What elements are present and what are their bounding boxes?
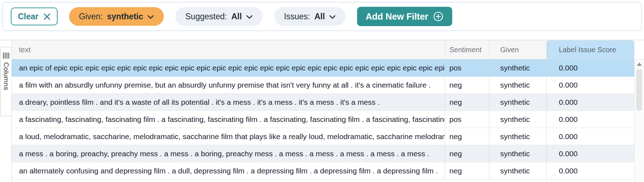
- cell-sentiment: neg: [445, 145, 489, 162]
- cell-text: a mess . a boring, preachy, preachy mess…: [12, 145, 445, 162]
- column-header-label-issue-score[interactable]: Label Issue Score: [547, 40, 634, 59]
- cell-sentiment: neg: [445, 162, 489, 179]
- column-header-given[interactable]: Given: [489, 40, 547, 59]
- columns-panel-tab[interactable]: Columns: [0, 47, 11, 116]
- clear-label: Clear: [18, 12, 39, 21]
- cell-label-issue-score: 0.000: [547, 111, 634, 128]
- cell-given: synthetic: [489, 59, 547, 76]
- table-row[interactable]: a dreary, pointless film . and it's a wa…: [12, 94, 634, 111]
- cell-label-issue-score: 0.000: [547, 59, 634, 76]
- given-filter-dropdown[interactable]: Given: synthetic: [69, 7, 164, 26]
- table-header-row: text Sentiment Given Label Issue Score: [12, 40, 644, 59]
- cell-text: an alternately confusing and depressing …: [12, 162, 445, 179]
- issues-filter-value: All: [314, 12, 325, 21]
- given-filter-prefix: Given:: [79, 12, 103, 21]
- issues-filter-dropdown[interactable]: Issues: All: [274, 7, 346, 26]
- cell-sentiment: neg: [445, 94, 489, 110]
- app: Clear Given: synthetic Suggested: All Is…: [0, 0, 644, 182]
- scrollbar-thumb[interactable]: [636, 69, 642, 110]
- table-row[interactable]: a loud, melodramatic, saccharine, melodr…: [12, 128, 634, 145]
- chevron-down-icon: [329, 14, 336, 19]
- suggested-filter-value: All: [231, 12, 241, 21]
- cell-sentiment: neg: [445, 77, 489, 93]
- table-row[interactable]: an epic of epic epic epic epic epic epic…: [12, 59, 634, 77]
- cell-sentiment: pos: [445, 111, 489, 128]
- column-header-sentiment[interactable]: Sentiment: [445, 40, 489, 59]
- cell-text: a dreary, pointless film . and it's a wa…: [12, 94, 445, 110]
- header-scrollbar-spacer: [634, 40, 644, 59]
- table-row[interactable]: a film with an absurdly unfunny premise,…: [12, 77, 634, 94]
- cell-text: an epic of epic epic epic epic epic epic…: [12, 59, 445, 76]
- cell-label-issue-score: 0.000: [547, 77, 634, 93]
- cell-given: synthetic: [489, 77, 547, 93]
- cell-label-issue-score: 0.000: [547, 94, 634, 110]
- plus-circle-icon: [433, 11, 444, 22]
- data-table: text Sentiment Given Label Issue Score a…: [11, 40, 644, 182]
- cell-given: synthetic: [489, 145, 547, 162]
- cell-given: synthetic: [489, 128, 547, 145]
- cell-sentiment: neg: [445, 128, 489, 145]
- cell-text: a film with an absurdly unfunny premise,…: [12, 77, 445, 93]
- filter-bar: Clear Given: synthetic Suggested: All Is…: [2, 2, 642, 31]
- suggested-filter-dropdown[interactable]: Suggested: All: [175, 7, 263, 26]
- cell-text: a loud, melodramatic, saccharine, melodr…: [12, 128, 445, 145]
- vertical-scrollbar[interactable]: [634, 59, 644, 182]
- table-row[interactable]: a fascinating, fascinating, fascinating …: [12, 111, 634, 128]
- cell-label-issue-score: 0.000: [547, 162, 634, 179]
- cell-sentiment: pos: [445, 59, 489, 76]
- add-new-filter-label: Add New Filter: [366, 11, 428, 22]
- chevron-down-icon: [147, 14, 154, 19]
- cell-given: synthetic: [489, 94, 547, 110]
- table-body: an epic of epic epic epic epic epic epic…: [12, 59, 644, 182]
- cell-label-issue-score: 0.000: [547, 145, 634, 162]
- columns-tab-label: Columns: [2, 62, 10, 90]
- cell-given: synthetic: [489, 162, 547, 179]
- suggested-filter-prefix: Suggested:: [185, 12, 227, 21]
- cell-label-issue-score: 0.000: [547, 128, 634, 145]
- table-row[interactable]: a mess . a boring, preachy, preachy mess…: [12, 145, 634, 162]
- cell-text: a fascinating, fascinating, fascinating …: [12, 111, 445, 128]
- chevron-down-icon: [246, 14, 253, 19]
- clear-filters-button[interactable]: Clear: [11, 8, 58, 25]
- given-filter-value: synthetic: [107, 12, 143, 21]
- column-header-text[interactable]: text: [12, 40, 445, 59]
- scroll-up-arrow-icon[interactable]: [637, 63, 642, 66]
- close-icon: [44, 13, 50, 20]
- cell-given: synthetic: [489, 111, 547, 128]
- issues-filter-prefix: Issues:: [284, 12, 310, 21]
- table-row[interactable]: an alternately confusing and depressing …: [12, 162, 634, 179]
- columns-icon: [3, 53, 9, 59]
- add-new-filter-button[interactable]: Add New Filter: [357, 7, 452, 26]
